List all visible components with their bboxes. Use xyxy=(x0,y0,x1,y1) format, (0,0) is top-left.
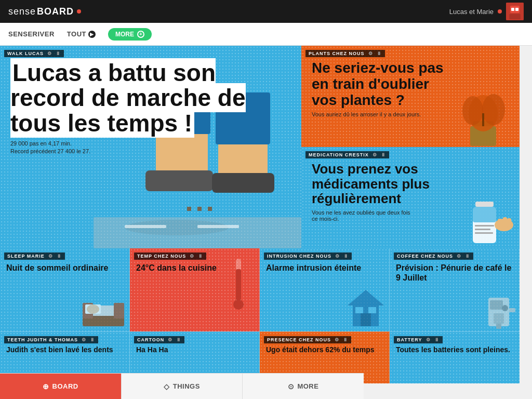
temp-tag: TEMP CHEZ NOUS ⚙ ⏸ xyxy=(134,252,206,260)
svg-rect-11 xyxy=(212,173,274,193)
svg-rect-44 xyxy=(368,307,376,313)
more-circle-icon: + xyxy=(137,31,144,38)
card-walk-lucas[interactable]: WALK LUCAS ⚙ ⏸ Lucas a battu son record … xyxy=(0,46,301,248)
gear-icon[interactable]: ⚙ xyxy=(335,254,340,259)
board-icon: ⊕ xyxy=(43,382,49,391)
things-label: THINGS xyxy=(173,382,200,390)
teeth-tag-label: TEETH JUDITH & THOMAS xyxy=(7,337,78,342)
card-sleep[interactable]: SLEEP MARIE ⚙ ⏸ Nuit de sommeil ordinair… xyxy=(0,248,130,331)
walk-tag-label: WALK LUCAS xyxy=(7,51,44,56)
right-column: PLANTS CHEZ NOUS ⚙ ⏸ Ne seriez-vous pas … xyxy=(301,46,520,248)
sleep-tag: SLEEP MARIE ⚙ ⏸ xyxy=(4,252,65,260)
svg-rect-30 xyxy=(475,232,493,234)
card-intrusion[interactable]: INTRUSION CHEZ NOUS ⚙ ⏸ Alarme intrusion… xyxy=(260,248,390,331)
gear-icon[interactable]: ⚙ xyxy=(82,337,86,342)
gear-icon[interactable]: ⚙ xyxy=(47,51,52,56)
logo-sense: sense xyxy=(8,6,36,17)
svg-rect-10 xyxy=(145,170,213,191)
gear-icon[interactable]: ⚙ xyxy=(457,254,461,259)
svg-rect-18 xyxy=(197,225,239,228)
board-label: BOARD xyxy=(52,382,78,390)
plants-tag: PLANTS CHEZ NOUS ⚙ ⏸ xyxy=(305,50,385,57)
senseriver-nav[interactable]: SENSERIVER xyxy=(8,28,55,40)
coffee-tag: COFFEE CHEZ NOUS ⚙ ⏸ xyxy=(394,252,473,260)
coffee-title: Prévision : Pénurie de café le 9 Juillet xyxy=(396,263,513,283)
intrusion-illustration xyxy=(345,287,387,329)
main-grid: WALK LUCAS ⚙ ⏸ Lucas a battu son record … xyxy=(0,46,532,383)
sleep-tag-label: SLEEP MARIE xyxy=(7,254,45,259)
sleep-title: Nuit de sommeil ordinaire xyxy=(6,263,123,273)
svg-rect-48 xyxy=(494,313,504,324)
pause-icon[interactable]: ⏸ xyxy=(381,152,386,157)
svg-rect-14 xyxy=(187,207,191,211)
cartoon-title: Ha Ha Ha xyxy=(136,345,253,354)
med-content: Vous prenez vos médicaments plus réguliè… xyxy=(301,147,520,232)
things-icon: ◇ xyxy=(164,382,170,391)
pause-icon[interactable]: ⏸ xyxy=(343,337,348,342)
board-button[interactable]: ⊕ BOARD xyxy=(0,374,122,399)
tout-label: TOUT xyxy=(67,30,86,38)
avatar[interactable] xyxy=(506,3,524,20)
card-medication[interactable]: MEDICATION CRESTIX ⚙ ⏸ Vous prenez vos m… xyxy=(301,147,520,248)
logo-board: BOARD xyxy=(37,6,74,17)
svg-rect-17 xyxy=(125,225,166,228)
intrusion-tag-label: INTRUSION CHEZ NOUS xyxy=(267,254,331,259)
gear-icon[interactable]: ⚙ xyxy=(48,254,53,259)
pause-icon[interactable]: ⏸ xyxy=(56,51,61,56)
med-subtitle: Vous ne les avez oubliés que deux fois c… xyxy=(312,209,416,222)
more-label: MORE xyxy=(115,31,134,38)
card-plants[interactable]: PLANTS CHEZ NOUS ⚙ ⏸ Ne seriez-vous pas … xyxy=(301,46,520,147)
intrusion-title: Alarme intrusion éteinte xyxy=(266,263,383,273)
card-battery[interactable]: BATTERY ⚙ ⏸ Toutes les batteries sont pl… xyxy=(390,331,520,383)
pause-icon[interactable]: ⏸ xyxy=(90,337,95,342)
svg-rect-2 xyxy=(511,8,514,11)
app-logo[interactable]: sense BOARD xyxy=(8,6,81,17)
pause-icon[interactable]: ⏸ xyxy=(57,254,62,259)
pause-icon[interactable]: ⏸ xyxy=(343,254,349,259)
things-button[interactable]: ◇ THINGS xyxy=(122,374,243,399)
pause-icon[interactable]: ⏸ xyxy=(198,254,203,259)
gear-icon[interactable]: ⚙ xyxy=(190,254,194,259)
battery-tag-label: BATTERY xyxy=(397,337,422,342)
walk-tag: WALK LUCAS ⚙ ⏸ xyxy=(4,50,64,57)
svg-rect-42 xyxy=(361,313,371,326)
more-bottom-button[interactable]: ⊙ MORE xyxy=(243,374,364,399)
card-temp[interactable]: TEMP CHEZ NOUS ⚙ ⏸ 24°C dans la cuisine xyxy=(130,248,260,331)
plants-title: Ne seriez-vous pas en train d'oublier vo… xyxy=(312,60,447,108)
gear-icon[interactable]: ⚙ xyxy=(368,51,373,56)
pause-icon[interactable]: ⏸ xyxy=(434,337,440,342)
more-label: MORE xyxy=(297,382,318,390)
coffee-illustration xyxy=(481,290,517,331)
svg-rect-3 xyxy=(515,8,518,11)
presence-tag-label: PRESENCE CHEZ NOUS xyxy=(267,337,331,342)
svg-point-47 xyxy=(502,305,508,311)
svg-rect-43 xyxy=(355,307,363,313)
plants-subtitle: Vous auriez dû les arroser il y a deux j… xyxy=(312,111,509,117)
svg-rect-46 xyxy=(490,300,503,310)
gear-icon[interactable]: ⚙ xyxy=(335,337,339,342)
gear-icon[interactable]: ⚙ xyxy=(426,337,431,342)
teeth-tag: TEETH JUDITH & THOMAS ⚙ ⏸ xyxy=(4,336,98,343)
intrusion-tag: INTRUSION CHEZ NOUS ⚙ ⏸ xyxy=(264,252,352,260)
top-navigation: sense BOARD Lucas et Marie xyxy=(0,0,532,23)
card-coffee[interactable]: COFFEE CHEZ NOUS ⚙ ⏸ Prévision : Pénurie… xyxy=(390,248,520,331)
med-title: Vous prenez vos médicaments plus réguliè… xyxy=(312,162,457,206)
pause-icon[interactable]: ⏸ xyxy=(176,337,181,342)
bottom-bar: ⊕ BOARD ◇ THINGS ⊙ MORE xyxy=(0,373,364,399)
battery-title: Toutes les batteries sont pleines. xyxy=(396,345,513,354)
plants-content: Ne seriez-vous pas en train d'oublier vo… xyxy=(301,46,520,128)
more-button[interactable]: MORE + xyxy=(108,28,152,41)
user-name: Lucas et Marie xyxy=(449,8,494,16)
row2: SLEEP MARIE ⚙ ⏸ Nuit de sommeil ordinair… xyxy=(0,248,520,331)
med-tag-label: MEDICATION CRESTIX xyxy=(309,152,369,157)
walk-content: Lucas a battu son record de marche de to… xyxy=(0,46,301,166)
pause-icon[interactable]: ⏸ xyxy=(377,51,382,56)
gear-icon[interactable]: ⚙ xyxy=(168,337,172,342)
sleep-illustration xyxy=(77,290,129,331)
presence-title: Ugo était dehors 62% du temps xyxy=(266,345,383,354)
med-tag: MEDICATION CRESTIX ⚙ ⏸ xyxy=(305,151,389,158)
pause-icon[interactable]: ⏸ xyxy=(465,254,470,259)
tout-nav[interactable]: TOUT ▶ xyxy=(67,28,96,40)
walk-subtitle: 29 000 pas en 4,17 min.Record précédent … xyxy=(10,140,291,156)
gear-icon[interactable]: ⚙ xyxy=(373,152,377,157)
